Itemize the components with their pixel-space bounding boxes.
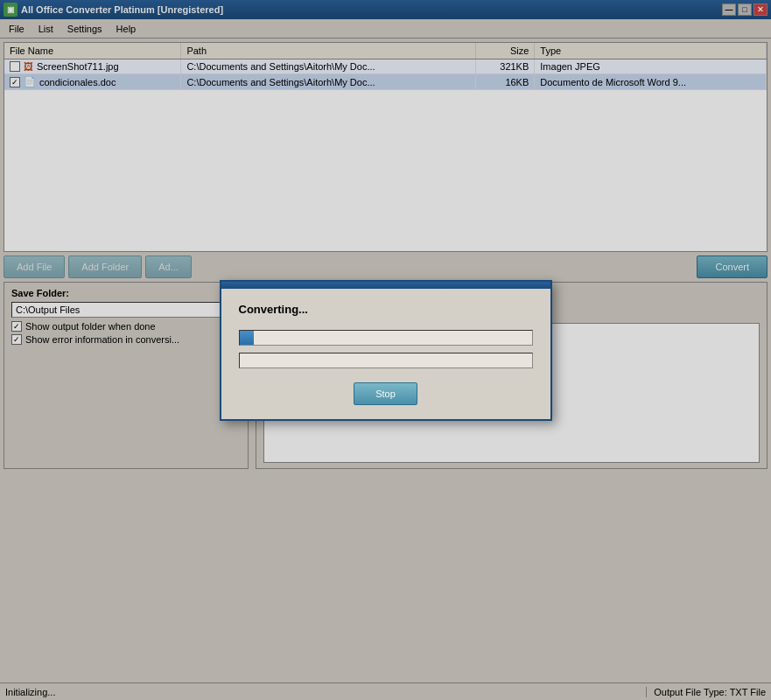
progress-fill-1 — [240, 331, 255, 345]
stop-button[interactable]: Stop — [354, 382, 417, 405]
modal-content: Converting... Stop — [221, 289, 550, 419]
modal-title-bar — [221, 282, 550, 289]
modal-title-text: Converting... — [239, 303, 533, 316]
converting-dialog: Converting... Stop — [220, 280, 552, 421]
modal-overlay: Converting... Stop — [0, 0, 771, 700]
progress-bar-2 — [239, 353, 533, 368]
progress-bar-1 — [239, 330, 533, 346]
